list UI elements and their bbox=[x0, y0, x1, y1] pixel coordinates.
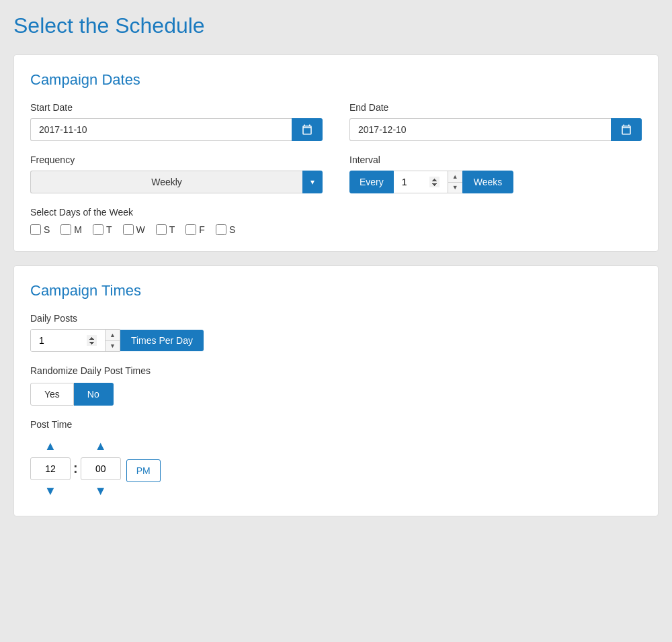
campaign-dates-title: Campaign Dates bbox=[30, 71, 642, 89]
day-wednesday-checkbox[interactable] bbox=[123, 224, 134, 235]
ampm-column: PM bbox=[126, 455, 161, 482]
day-saturday: S bbox=[216, 224, 235, 235]
days-checkboxes: S M T W T F S bbox=[30, 224, 642, 235]
hours-column: ▲ ▼ bbox=[30, 438, 71, 500]
minutes-column: ▲ ▼ bbox=[81, 438, 121, 500]
daily-posts-label: Daily Posts bbox=[30, 313, 642, 324]
start-date-input[interactable] bbox=[30, 118, 292, 141]
interval-group: Interval Every ▲ ▼ Weeks bbox=[349, 154, 642, 193]
chevron-down-icon: ▾ bbox=[310, 177, 314, 187]
interval-selector: Every ▲ ▼ Weeks bbox=[349, 171, 642, 193]
interval-input-wrap: ▲ ▼ bbox=[394, 171, 462, 193]
frequency-interval-row: Frequency Weekly ▾ Interval Every ▲ ▼ bbox=[30, 154, 642, 193]
day-thursday-checkbox[interactable] bbox=[156, 224, 167, 235]
calendar-icon bbox=[301, 124, 313, 136]
end-date-label: End Date bbox=[349, 102, 642, 113]
minutes-input[interactable] bbox=[81, 457, 121, 480]
campaign-times-card: Campaign Times Daily Posts ▲ ▼ Times Per… bbox=[13, 265, 659, 516]
daily-posts-row: ▲ ▼ Times Per Day bbox=[30, 329, 642, 352]
frequency-selector: Weekly ▾ bbox=[30, 171, 323, 193]
start-date-label: Start Date bbox=[30, 102, 323, 113]
day-wednesday: W bbox=[123, 224, 145, 235]
interval-spin-down[interactable]: ▼ bbox=[448, 183, 462, 193]
start-date-calendar-button[interactable] bbox=[292, 118, 323, 141]
frequency-value: Weekly bbox=[30, 171, 302, 193]
campaign-times-title: Campaign Times bbox=[30, 282, 642, 300]
interval-spin-up[interactable]: ▲ bbox=[448, 171, 462, 183]
day-thursday: T bbox=[156, 224, 175, 235]
days-of-week-section: Select Days of the Week S M T W T bbox=[30, 207, 642, 235]
days-of-week-label: Select Days of the Week bbox=[30, 207, 642, 218]
randomize-no-button[interactable]: No bbox=[74, 383, 114, 406]
day-monday-checkbox[interactable] bbox=[60, 224, 71, 235]
frequency-dropdown-button[interactable]: ▾ bbox=[302, 171, 323, 193]
ampm-button[interactable]: PM bbox=[126, 459, 161, 482]
end-date-calendar-button[interactable] bbox=[611, 118, 642, 141]
hours-input[interactable] bbox=[30, 457, 71, 480]
hours-up-button[interactable]: ▲ bbox=[39, 438, 62, 455]
times-per-day-button[interactable]: Times Per Day bbox=[120, 330, 204, 351]
post-time-picker: ▲ ▼ : ▲ ▼ PM bbox=[30, 438, 642, 500]
randomize-label: Randomize Daily Post Times bbox=[30, 365, 642, 376]
day-tuesday: T bbox=[93, 224, 112, 235]
page-title: Select the Schedule bbox=[13, 13, 659, 38]
minutes-down-button[interactable]: ▼ bbox=[89, 483, 112, 500]
minutes-up-button[interactable]: ▲ bbox=[89, 438, 112, 455]
day-saturday-label: S bbox=[229, 224, 235, 235]
start-date-group: Start Date bbox=[30, 102, 323, 141]
daily-posts-spin-buttons: ▲ ▼ bbox=[105, 330, 120, 351]
day-monday-label: M bbox=[74, 224, 82, 235]
day-tuesday-checkbox[interactable] bbox=[93, 224, 103, 235]
daily-posts-spin-down[interactable]: ▼ bbox=[106, 341, 120, 352]
date-row: Start Date End Date bbox=[30, 102, 642, 141]
hours-down-button[interactable]: ▼ bbox=[39, 483, 62, 500]
calendar-icon bbox=[620, 124, 632, 136]
campaign-dates-card: Campaign Dates Start Date End Date bbox=[13, 54, 659, 252]
interval-label: Interval bbox=[349, 154, 642, 165]
day-tuesday-label: T bbox=[106, 224, 112, 235]
daily-posts-group: Daily Posts ▲ ▼ Times Per Day bbox=[30, 313, 642, 352]
day-friday: F bbox=[185, 224, 205, 235]
randomize-yes-button[interactable]: Yes bbox=[30, 383, 74, 406]
day-monday: M bbox=[60, 224, 82, 235]
interval-every-label: Every bbox=[349, 171, 394, 193]
interval-spin-buttons: ▲ ▼ bbox=[448, 171, 462, 193]
day-sunday: S bbox=[30, 224, 50, 235]
daily-posts-input[interactable] bbox=[31, 330, 105, 351]
post-time-label: Post Time bbox=[30, 419, 642, 430]
day-friday-label: F bbox=[199, 224, 205, 235]
day-wednesday-label: W bbox=[136, 224, 145, 235]
end-date-input-group bbox=[349, 118, 642, 141]
day-sunday-label: S bbox=[44, 224, 50, 235]
end-date-group: End Date bbox=[349, 102, 642, 141]
daily-posts-input-wrap: ▲ ▼ bbox=[30, 329, 120, 352]
start-date-input-group bbox=[30, 118, 323, 141]
day-saturday-checkbox[interactable] bbox=[216, 224, 226, 235]
frequency-label: Frequency bbox=[30, 154, 323, 165]
interval-unit-label: Weeks bbox=[462, 171, 514, 193]
interval-input[interactable] bbox=[394, 171, 448, 193]
randomize-toggle: Yes No bbox=[30, 383, 642, 406]
end-date-input[interactable] bbox=[349, 118, 611, 141]
post-time-section: Post Time ▲ ▼ : ▲ ▼ PM bbox=[30, 419, 642, 500]
day-thursday-label: T bbox=[169, 224, 175, 235]
randomize-section: Randomize Daily Post Times Yes No bbox=[30, 365, 642, 406]
time-separator: : bbox=[73, 461, 78, 477]
daily-posts-spin-up[interactable]: ▲ bbox=[106, 330, 120, 341]
frequency-group: Frequency Weekly ▾ bbox=[30, 154, 323, 193]
day-sunday-checkbox[interactable] bbox=[30, 224, 41, 235]
day-friday-checkbox[interactable] bbox=[185, 224, 196, 235]
